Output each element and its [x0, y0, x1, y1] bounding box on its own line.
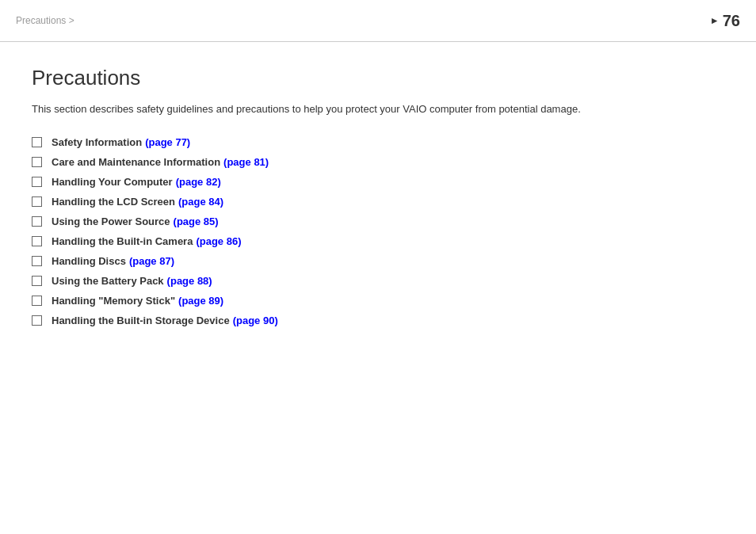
- list-item: Handling "Memory Stick"(page 89): [32, 295, 724, 307]
- toc-item-label: Using the Battery Pack: [52, 275, 164, 287]
- toc-item-link[interactable]: (page 77): [145, 136, 190, 148]
- toc-item-link[interactable]: (page 82): [176, 176, 221, 188]
- list-item: Handling the Built-in Storage Device(pag…: [32, 315, 724, 326]
- checkbox-icon: [32, 276, 42, 286]
- list-item: Handling the LCD Screen(page 84): [32, 196, 724, 208]
- toc-item-label: Handling the Built-in Camera: [52, 235, 193, 247]
- toc-item-link[interactable]: (page 89): [178, 295, 223, 307]
- toc-item-link[interactable]: (page 81): [223, 156, 269, 168]
- list-item: Using the Power Source(page 85): [32, 216, 724, 227]
- toc-item-link[interactable]: (page 87): [129, 255, 174, 267]
- header-bar: Precautions > ► 76: [0, 0, 756, 42]
- checkbox-icon: [32, 177, 42, 187]
- toc-list: Safety Information(page 77)Care and Main…: [32, 136, 724, 326]
- page-title: Precautions: [32, 66, 724, 90]
- checkbox-icon: [32, 137, 42, 147]
- toc-item-label: Handling Discs: [52, 255, 126, 267]
- toc-item-link[interactable]: (page 85): [174, 216, 219, 227]
- list-item: Safety Information(page 77): [32, 136, 724, 148]
- content-area: Precautions This section describes safet…: [0, 42, 756, 358]
- toc-item-label: Safety Information: [52, 136, 142, 148]
- list-item: Handling Your Computer(page 82): [32, 176, 724, 188]
- list-item: Using the Battery Pack(page 88): [32, 275, 724, 287]
- toc-item-link[interactable]: (page 88): [167, 275, 212, 287]
- toc-item-label: Care and Maintenance Information: [52, 156, 220, 168]
- list-item: Handling Discs(page 87): [32, 255, 724, 267]
- breadcrumb: Precautions >: [16, 15, 74, 26]
- intro-paragraph: This section describes safety guidelines…: [32, 101, 724, 117]
- toc-item-label: Handling the LCD Screen: [52, 196, 175, 208]
- checkbox-icon: [32, 216, 42, 227]
- toc-item-label: Using the Power Source: [52, 216, 170, 227]
- toc-item-label: Handling the Built-in Storage Device: [52, 315, 230, 326]
- toc-item-label: Handling "Memory Stick": [52, 295, 175, 307]
- toc-item-link[interactable]: (page 84): [178, 196, 223, 208]
- toc-item-label: Handling Your Computer: [52, 176, 173, 188]
- checkbox-icon: [32, 196, 42, 207]
- checkbox-icon: [32, 256, 42, 266]
- page-number-container: ► 76: [710, 12, 740, 30]
- checkbox-icon: [32, 296, 42, 306]
- toc-item-link[interactable]: (page 86): [196, 235, 241, 247]
- checkbox-icon: [32, 315, 42, 326]
- checkbox-icon: [32, 236, 42, 246]
- toc-item-link[interactable]: (page 90): [233, 315, 278, 326]
- list-item: Care and Maintenance Information(page 81…: [32, 156, 724, 168]
- checkbox-icon: [32, 157, 42, 167]
- page-number: 76: [723, 12, 740, 30]
- list-item: Handling the Built-in Camera(page 86): [32, 235, 724, 247]
- arrow-icon: ►: [710, 15, 720, 26]
